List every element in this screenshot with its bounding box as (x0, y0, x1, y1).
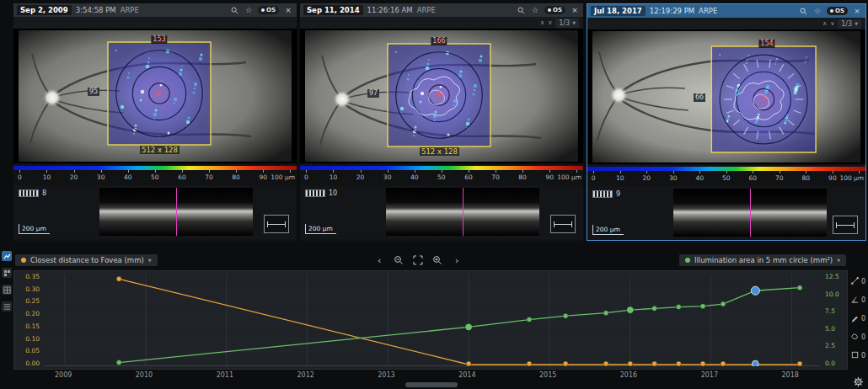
data-point[interactable] (603, 361, 608, 366)
settings-gear-icon[interactable] (853, 375, 864, 386)
pan-right-icon[interactable]: › (451, 254, 463, 266)
chart-plot-area[interactable] (45, 274, 820, 366)
next-scan-icon[interactable]: ∨ (548, 19, 552, 26)
magnifier-icon[interactable] (229, 5, 239, 15)
eye-toggle[interactable]: OS (544, 6, 565, 14)
bscan-thumbnail[interactable] (386, 188, 539, 236)
bscan-thumbnail[interactable] (673, 189, 827, 237)
x-tick-label: 2014 (458, 371, 475, 379)
data-point[interactable] (628, 361, 633, 366)
sidebar-trend-view-icon[interactable] (2, 251, 12, 261)
next-scan-icon[interactable]: ∨ (830, 20, 834, 27)
ruler-tick (415, 170, 415, 173)
data-point[interactable] (721, 301, 726, 306)
signal-value: 10 (329, 189, 337, 197)
bscan-section: 8 200 µm (13, 185, 297, 239)
sidebar-grid-view-icon[interactable] (2, 285, 12, 295)
ruler-tick (833, 171, 833, 173)
rectangle-annotation-tool[interactable]: 0 (850, 350, 865, 361)
prev-scan-icon[interactable]: ∧ (822, 20, 827, 27)
zoom-in-icon[interactable] (431, 254, 443, 266)
pencil-annotation-tool[interactable]: 0 (850, 313, 865, 324)
data-point[interactable] (797, 285, 802, 290)
ruler-tick (522, 170, 523, 173)
fundus-image[interactable]: 153 95 512 x 128 (13, 29, 297, 163)
data-point[interactable] (627, 306, 634, 313)
ruler-tick (496, 170, 496, 173)
data-point[interactable] (700, 361, 705, 366)
exam-time: 3:54:58 PM (76, 6, 116, 14)
panel-header[interactable]: Sep 2, 2009 3:54:58 PM ARPE ☆ OS × (13, 3, 297, 17)
star-icon[interactable]: ☆ (244, 5, 254, 15)
scan-navigator: ∧ ∨ 1/3▼ (300, 17, 583, 29)
length-measure-tool[interactable]: 0 (850, 276, 865, 287)
data-point[interactable] (465, 323, 472, 330)
ruler-tick (361, 170, 362, 173)
ruler-label: 100 µm (271, 173, 295, 181)
magnifier-icon[interactable] (798, 6, 808, 16)
ruler-label: 40 (124, 173, 132, 181)
data-point[interactable] (116, 276, 121, 281)
panel-header[interactable]: Sep 11, 2014 11:26:16 AM ARPE ☆ OS × (300, 3, 583, 17)
trend-chart[interactable]: 0.350.300.250.200.150.100.050.00 12.510.… (13, 270, 848, 370)
data-point[interactable] (652, 306, 657, 311)
data-point[interactable] (652, 361, 657, 366)
sidebar-thumbnails-view-icon[interactable] (2, 268, 12, 278)
data-point[interactable] (700, 304, 705, 309)
data-point[interactable] (563, 361, 568, 366)
exam-panel-3-selected[interactable]: Jul 18, 2017 12:19:29 PM ARPE ☆ OS × ∧ ∨… (587, 3, 866, 241)
scan-page-dropdown[interactable]: 1/3▼ (838, 19, 861, 29)
orientation-indicator (833, 216, 858, 234)
left-series-dropdown[interactable]: Closest distance to Fovea (mm) ▼ (15, 254, 158, 266)
thickness-value-label: 153 (151, 35, 167, 44)
chart-scrollbar-thumb[interactable] (405, 382, 458, 387)
exam-panel-2[interactable]: Sep 11, 2014 11:26:16 AM ARPE ☆ OS × ∧ ∨… (300, 3, 583, 241)
tool-count: 0 (861, 315, 865, 322)
data-point[interactable] (466, 361, 471, 366)
right-series-dropdown[interactable]: Illumination area in 5 mm circle (mm²) ▼ (679, 254, 846, 266)
data-point[interactable] (721, 361, 726, 366)
data-point[interactable] (797, 361, 802, 366)
prev-scan-icon[interactable]: ∧ (540, 19, 544, 26)
data-point[interactable] (527, 317, 532, 322)
chevron-down-icon: ▼ (855, 21, 858, 26)
data-point[interactable] (116, 360, 121, 365)
exam-panel-1[interactable]: Sep 2, 2009 3:54:58 PM ARPE ☆ OS × 153 9… (13, 3, 297, 241)
fit-view-icon[interactable] (412, 254, 424, 266)
star-icon[interactable]: ☆ (812, 6, 822, 16)
scan-page-dropdown[interactable]: 1/3▼ (555, 19, 579, 28)
pan-left-icon[interactable]: ‹ (373, 254, 385, 266)
data-point[interactable] (563, 313, 568, 318)
panel-header[interactable]: Jul 18, 2017 12:19:29 PM ARPE ☆ OS × (587, 4, 865, 18)
left-series-label: Closest distance to Fovea (mm) (30, 256, 144, 264)
ruler-label: 100 µm (557, 173, 581, 181)
data-point[interactable] (603, 311, 608, 316)
fundus-image[interactable]: 154 66 (587, 29, 865, 164)
star-icon[interactable]: ☆ (530, 5, 540, 15)
data-point[interactable] (676, 361, 681, 366)
magnifier-icon[interactable] (516, 5, 526, 15)
eye-toggle[interactable]: OS (258, 6, 279, 14)
data-point[interactable] (753, 360, 759, 366)
close-icon[interactable]: × (570, 5, 580, 15)
close-icon[interactable]: × (852, 6, 862, 16)
eye-label: OS (835, 8, 844, 14)
ruler-label: 10 (330, 173, 338, 181)
data-point[interactable] (676, 305, 681, 310)
toggle-dot-icon (548, 8, 551, 12)
fundus-image[interactable]: 166 97 512 x 128 (300, 29, 583, 163)
region-annotation-tool[interactable]: 0 (850, 332, 865, 343)
zoom-out-icon[interactable] (393, 254, 405, 266)
eye-toggle[interactable]: OS (827, 7, 848, 15)
ruler-tick (306, 170, 307, 173)
close-icon[interactable]: × (283, 5, 293, 15)
angle-measure-tool[interactable]: 0 (850, 295, 865, 306)
data-point[interactable] (527, 361, 532, 366)
ruler-label: 0 (18, 173, 22, 181)
bscan-thumbnail[interactable] (99, 188, 253, 236)
data-point[interactable] (751, 286, 759, 295)
ruler-tick (209, 170, 210, 173)
sidebar-report-view-icon[interactable] (2, 301, 12, 312)
scan-navigator: ∧ ∨ 1/3▼ (587, 18, 865, 29)
left-axis-labels: 0.350.300.250.200.150.100.050.00 (14, 273, 43, 367)
